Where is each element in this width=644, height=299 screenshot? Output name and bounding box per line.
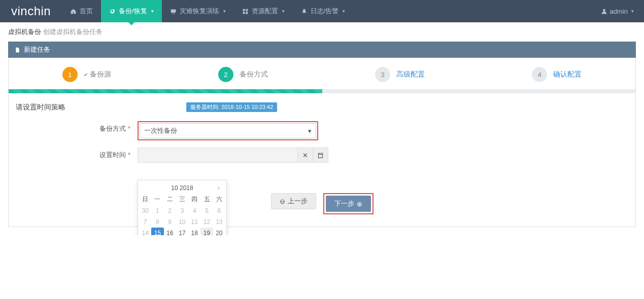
step-4[interactable]: 4 确认配置	[532, 67, 582, 82]
panel-header: 新建任务	[8, 42, 636, 58]
calendar-day[interactable]: 16	[164, 228, 176, 235]
user-menu[interactable]: admin ▾	[591, 8, 644, 15]
next-button[interactable]: 下一步 ⊕	[326, 196, 371, 212]
caret-down-icon: ▾	[308, 127, 312, 135]
calendar-dow: 二	[164, 194, 176, 205]
calendar-dow: 日	[139, 194, 151, 205]
step-2[interactable]: 2 备份方式	[218, 67, 268, 82]
step-4-num: 4	[532, 67, 547, 82]
backup-mode-value: 一次性备份	[144, 126, 177, 135]
chevron-down-icon: ▾	[282, 9, 285, 14]
calendar-day[interactable]: 11	[188, 216, 200, 228]
chevron-down-icon: ▾	[631, 9, 634, 14]
calendar-day[interactable]: 3	[176, 205, 188, 216]
arrow-right-icon: ⊕	[357, 200, 362, 208]
step-1[interactable]: 1 ✔ 备份源	[62, 67, 111, 82]
calendar-day[interactable]: 7	[139, 216, 151, 228]
calendar-day[interactable]: 1	[151, 205, 163, 216]
calendar-day[interactable]: 15	[151, 228, 163, 235]
nav-dr-label: 灾难恢复演练	[180, 7, 219, 16]
grid-icon	[242, 8, 249, 15]
main-nav: 首页 备份/恢复 ▾ 灾难恢复演练 ▾ 资源配置 ▾ 日志/告警 ▾	[62, 0, 353, 22]
calendar-dow: 四	[188, 194, 200, 205]
topbar: vinchin 首页 备份/恢复 ▾ 灾难恢复演练 ▾ 资源配置 ▾ 日志/告警…	[0, 0, 644, 22]
chevron-down-icon: ▾	[223, 9, 226, 14]
prev-button[interactable]: ⊖ 上一步	[271, 193, 316, 209]
calendar-dow: 一	[151, 194, 163, 205]
calendar-grid: 日一二三四五六 30123456789101112131415161718192…	[139, 194, 225, 235]
svg-point-0	[603, 9, 605, 11]
breadcrumb: 虚拟机备份 创建虚拟机备份任务	[0, 22, 644, 42]
calendar-day[interactable]: 18	[188, 228, 200, 235]
step-2-label: 备份方式	[240, 70, 268, 79]
nav-log[interactable]: 日志/告警 ▾	[293, 0, 354, 22]
chevron-down-icon: ▾	[151, 9, 154, 14]
calendar-title[interactable]: 10 2018	[171, 184, 193, 192]
calendar-icon	[317, 152, 324, 159]
calendar-day[interactable]: 19	[200, 228, 213, 235]
nav-backup[interactable]: 备份/恢复 ▾	[101, 0, 162, 22]
calendar-day[interactable]: 13	[213, 216, 225, 228]
set-time-label: 设置时间 *	[14, 147, 138, 160]
refresh-icon	[109, 8, 116, 15]
step-3[interactable]: 3 高级配置	[375, 67, 425, 82]
breadcrumb-sub: 创建虚拟机备份任务	[43, 28, 103, 35]
calendar-day[interactable]: 9	[164, 216, 176, 228]
backup-mode-highlight: 一次性备份 ▾	[138, 121, 318, 140]
panel-title: 新建任务	[24, 45, 50, 54]
nav-resource[interactable]: 资源配置 ▾	[234, 0, 293, 22]
backup-mode-select[interactable]: 一次性备份 ▾	[140, 123, 316, 138]
datetime-group: ✕	[138, 147, 328, 163]
step-3-label: 高级配置	[396, 70, 425, 79]
user-icon	[601, 8, 607, 15]
next-label: 下一步	[334, 199, 354, 208]
calendar-day[interactable]: 4	[188, 205, 200, 216]
calendar-day[interactable]: 17	[176, 228, 188, 235]
calendar-day[interactable]: 14	[139, 228, 151, 235]
server-time-badge: 服务器时间: 2018-10-15 10:23:42	[186, 102, 277, 112]
breadcrumb-main: 虚拟机备份	[8, 28, 41, 35]
user-name: admin	[610, 8, 628, 15]
calendar-next[interactable]: ›	[215, 184, 222, 192]
calendar-dow: 三	[176, 194, 188, 205]
nav-log-label: 日志/告警	[311, 7, 339, 16]
datetime-input[interactable]	[138, 147, 298, 163]
nav-resource-label: 资源配置	[252, 7, 278, 16]
next-button-highlight: 下一步 ⊕	[323, 193, 374, 214]
monitor-icon	[170, 8, 177, 15]
prev-label: 上一步	[288, 197, 308, 206]
brand-logo: vinchin	[0, 4, 62, 18]
calendar-day[interactable]: 12	[200, 216, 213, 228]
step-1-num: 1	[62, 67, 78, 82]
panel-body: 1 ✔ 备份源 2 备份方式 3 高级配置 4 确认配置 请设置时间策略	[8, 58, 636, 227]
home-icon	[70, 8, 77, 15]
nav-dr[interactable]: 灾难恢复演练 ▾	[162, 0, 234, 22]
arrow-left-icon: ⊖	[280, 198, 285, 205]
nav-home-label: 首页	[80, 7, 93, 16]
calendar-day[interactable]: 5	[200, 205, 213, 216]
clear-button[interactable]: ✕	[298, 147, 313, 163]
step-2-num: 2	[218, 67, 233, 82]
step-4-label: 确认配置	[553, 70, 582, 79]
nav-backup-label: 备份/恢复	[119, 7, 147, 16]
progress-fill	[9, 89, 322, 93]
nav-home[interactable]: 首页	[62, 0, 101, 22]
progress-rest	[322, 89, 636, 93]
close-icon: ✕	[302, 152, 308, 159]
calendar-dow: 五	[200, 194, 213, 205]
chevron-down-icon: ▾	[343, 9, 345, 14]
backup-mode-label: 备份方式 *	[14, 121, 138, 133]
calendar-button[interactable]	[313, 147, 328, 163]
calendar-dow: 六	[213, 194, 225, 205]
calendar-day[interactable]: 8	[151, 216, 163, 228]
calendar-day[interactable]: 2	[164, 205, 176, 216]
calendar-day[interactable]: 30	[139, 205, 151, 216]
check-icon: ✔	[84, 72, 88, 78]
calendar-day[interactable]: 20	[213, 228, 225, 235]
step-3-num: 3	[375, 67, 390, 82]
wizard-steps: 1 ✔ 备份源 2 备份方式 3 高级配置 4 确认配置	[9, 65, 635, 89]
file-icon	[14, 47, 21, 53]
calendar-day[interactable]: 10	[176, 216, 188, 228]
calendar-day[interactable]: 6	[213, 205, 225, 216]
calendar-popup: 10 2018 › 日一二三四五六 3012345678910111213141…	[138, 180, 227, 235]
